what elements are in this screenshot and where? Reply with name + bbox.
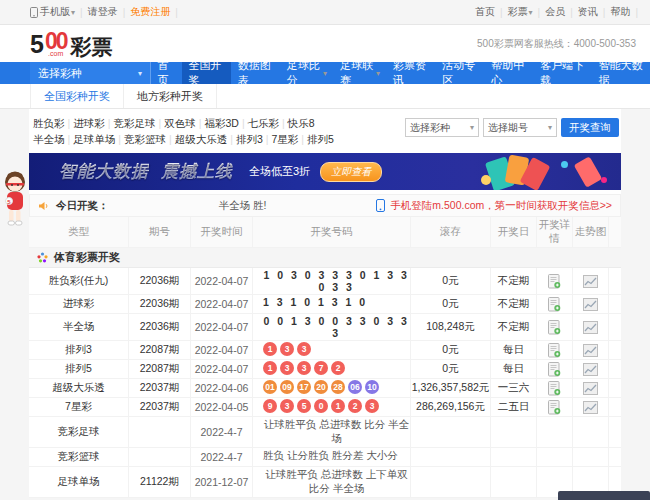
separator: | xyxy=(118,133,121,145)
nav-item[interactable]: 彩票资讯 xyxy=(387,62,436,84)
lottery-type-link[interactable]: 竞彩足球 xyxy=(58,425,100,439)
lottery-type-link[interactable]: 超级大乐透 xyxy=(52,381,105,395)
quick-link[interactable]: 排列5 xyxy=(307,133,334,145)
nav-item[interactable]: 足球比分▾ xyxy=(280,62,333,84)
lottery-type-cell: 排列3 xyxy=(29,341,129,359)
separator: | xyxy=(242,117,245,129)
spacer-cell xyxy=(609,379,621,397)
trend-chart-icon[interactable] xyxy=(583,382,598,395)
quick-link[interactable]: 进球彩 xyxy=(73,117,105,129)
select-lottery-dropdown[interactable]: 选择彩种 ▾ xyxy=(405,118,479,137)
draw-date-cell: 2022-04-05 xyxy=(191,398,253,416)
separator: | xyxy=(158,117,161,129)
select-issue-dropdown[interactable]: 选择期号 ▾ xyxy=(483,118,557,137)
quick-link[interactable]: 超级大乐透 xyxy=(175,133,228,145)
draw-detail-icon[interactable] xyxy=(548,362,561,377)
draw-detail-icon[interactable] xyxy=(548,400,561,415)
draw-detail-icon[interactable] xyxy=(548,381,561,396)
lottery-ball: 28 xyxy=(331,380,345,394)
draw-date-cell: 2022-04-07 xyxy=(191,268,253,294)
topbar-link[interactable]: 帮助 xyxy=(610,5,630,19)
trend-chart-icon[interactable] xyxy=(583,298,598,311)
lottery-type-link[interactable]: 胜负彩(任九) xyxy=(49,274,109,288)
draw-detail-icon[interactable] xyxy=(548,297,561,312)
mobile-site-link[interactable]: 手机登陆m.500.com，第一时间获取开奖信息>> xyxy=(376,199,612,213)
subtab[interactable]: 全国彩种开奖 xyxy=(30,84,124,108)
lottery-type-link[interactable]: 7星彩 xyxy=(65,400,92,414)
nav-item[interactable]: 数据图表 xyxy=(231,62,280,84)
draw-detail-icon[interactable] xyxy=(548,343,561,358)
table-header-cell: 走势图 xyxy=(573,217,609,247)
jackpot-cell: 0元 xyxy=(411,295,491,313)
service-hotline: 500彩票网客服热线：4000-500-353 xyxy=(477,37,636,51)
logo-500-lottery[interactable]: 5 00 .com 彩票 xyxy=(30,30,113,57)
nav-items: 首页全国开奖数据图表足球比分▾足球联赛▾彩票资讯活动专区帮助中心客户端下载智能大… xyxy=(151,62,650,84)
lottery-type-link[interactable]: 排列3 xyxy=(65,343,92,357)
quick-link[interactable]: 足球单场 xyxy=(73,133,115,145)
draw-detail-icon[interactable] xyxy=(548,274,561,289)
topbar-link[interactable]: 请登录 xyxy=(88,5,118,19)
quick-link[interactable]: 胜负彩 xyxy=(33,117,65,129)
quick-link[interactable]: 排列3 xyxy=(236,133,263,145)
separator: | xyxy=(68,117,71,129)
nav-item[interactable]: 帮助中心 xyxy=(485,62,534,84)
separator: | xyxy=(538,7,541,18)
topbar-link[interactable]: 资讯 xyxy=(578,5,598,19)
issue-cell: 22087期 xyxy=(129,360,191,378)
nav-item[interactable]: 全国开奖 xyxy=(182,62,231,84)
trend-chart-icon[interactable] xyxy=(583,363,598,376)
jackpot-cell: 286,269,156元 xyxy=(411,398,491,416)
topbar-link[interactable]: 彩票▾ xyxy=(508,5,533,19)
topbar-link[interactable]: 免费注册 xyxy=(130,5,170,19)
separator: | xyxy=(301,133,304,145)
lottery-type-select[interactable]: 选择彩种 ▾ xyxy=(30,62,151,84)
subtab[interactable]: 地方彩种开奖 xyxy=(124,84,217,108)
nav-item[interactable]: 首页 xyxy=(151,62,182,84)
lottery-type-cell: 半全场 xyxy=(29,314,129,340)
chevron-down-icon: ▾ xyxy=(529,8,533,17)
quick-link[interactable]: 快乐8 xyxy=(288,117,315,129)
trend-chart-icon[interactable] xyxy=(583,401,598,414)
lottery-type-link[interactable]: 半全场 xyxy=(63,320,95,334)
table-row: 7星彩22037期2022-04-059350123286,269,156元二五… xyxy=(29,398,621,417)
nav-item[interactable]: 智能大数据 xyxy=(592,62,650,84)
topbar-link[interactable]: 首页 xyxy=(475,5,495,19)
issue-cell: 22037期 xyxy=(129,379,191,397)
table-row: 足球单场21122期2021-12-07让球胜平负 总进球数 上下单双 比分 半… xyxy=(29,467,621,498)
floating-widget-bar[interactable] xyxy=(558,491,650,500)
quick-link[interactable]: 七乐彩 xyxy=(248,117,280,129)
nav-item[interactable]: 客户端下载 xyxy=(534,62,592,84)
select-lottery-label: 选择彩种 xyxy=(410,121,450,135)
lottery-type-cell: 竞彩足球 xyxy=(29,417,129,447)
nav-item[interactable]: 足球联赛▾ xyxy=(333,62,386,84)
lottery-type-link[interactable]: 竞彩篮球 xyxy=(58,450,100,464)
draw-detail-icon[interactable] xyxy=(548,320,561,335)
banner-decoration xyxy=(461,153,621,190)
lottery-type-link[interactable]: 进球彩 xyxy=(63,297,95,311)
draw-query-button[interactable]: 开奖查询 xyxy=(561,118,619,137)
lottery-type-link[interactable]: 足球单场 xyxy=(58,475,100,489)
mascot-character[interactable]: 5 xyxy=(1,171,31,231)
promo-banner[interactable]: 智能大数据 震撼上线 全场低至3折 立即查看 xyxy=(29,153,621,190)
topbar-link[interactable]: 会员 xyxy=(545,5,565,19)
trend-chart-icon[interactable] xyxy=(583,321,598,334)
quick-link[interactable]: 双色球 xyxy=(164,117,196,129)
quick-link[interactable]: 7星彩 xyxy=(272,133,299,145)
lottery-type-link[interactable]: 排列5 xyxy=(65,362,92,376)
draw-numbers-cell: 0 0 1 3 0 0 3 3 0 3 3 3 xyxy=(253,314,411,340)
quick-link[interactable]: 竞彩足球 xyxy=(113,117,155,129)
chevron-down-icon: ▾ xyxy=(376,69,380,78)
lottery-type-cell: 超级大乐透 xyxy=(29,379,129,397)
quick-link[interactable]: 竞彩篮球 xyxy=(124,133,166,145)
quick-link[interactable]: 半全场 xyxy=(33,133,65,145)
draw-day-cell: 一三六 xyxy=(491,379,537,397)
banner-cta-button[interactable]: 立即查看 xyxy=(320,162,382,182)
topbar-link[interactable]: 手机版▾ xyxy=(30,5,75,19)
trend-chart-icon[interactable] xyxy=(583,275,598,288)
nav-item[interactable]: 活动专区 xyxy=(436,62,485,84)
quick-link[interactable]: 福彩3D xyxy=(204,117,238,129)
separator: | xyxy=(175,7,178,18)
trend-chart-icon[interactable] xyxy=(583,344,598,357)
draw-day-cell: 不定期 xyxy=(491,295,537,313)
table-header-cell: 开奖号码 xyxy=(253,217,411,247)
